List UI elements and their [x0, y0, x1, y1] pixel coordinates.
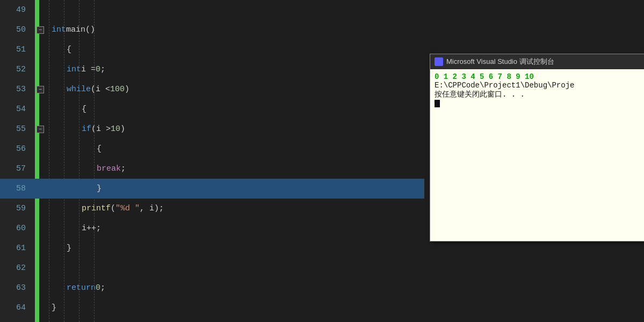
- code-content-area: 4950−int main()51{52 int i = 0;53− while…: [0, 0, 424, 322]
- line-gutter-62: [32, 258, 37, 278]
- spacer-60: [37, 225, 44, 232]
- token: 0: [96, 283, 100, 292]
- line-number-55: 55: [0, 125, 32, 134]
- line-number-60: 60: [0, 224, 32, 233]
- token: ): [120, 125, 125, 134]
- token: {: [82, 105, 86, 114]
- line-gutter-56: [32, 139, 37, 159]
- line-code-64: }: [46, 303, 424, 312]
- spacer-56: [37, 145, 44, 153]
- line-number-58: 58: [0, 184, 32, 193]
- line-code-56: {: [46, 144, 424, 153]
- token: 10: [111, 125, 120, 134]
- code-line-59: 59 printf("%d ", i);: [0, 199, 424, 218]
- line-number-59: 59: [0, 204, 32, 213]
- token: }: [97, 184, 102, 193]
- console-output-1: 0 1 2 3 4 5 6 7 8 9 10: [435, 72, 640, 81]
- token: 100: [110, 85, 125, 94]
- line-number-62: 62: [0, 264, 32, 273]
- line-gutter-64: [32, 298, 37, 318]
- token: int: [67, 65, 81, 74]
- line-gutter-49: [32, 0, 37, 20]
- code-line-56: 56 {: [0, 139, 424, 159]
- code-line-51: 51{: [0, 40, 424, 60]
- line-number-56: 56: [0, 144, 32, 153]
- code-line-64: 64}: [0, 298, 424, 318]
- line-number-50: 50: [0, 25, 32, 34]
- vs-icon: [435, 57, 443, 66]
- token: break: [97, 164, 121, 173]
- token: (i <: [91, 85, 110, 94]
- collapse-icon-55[interactable]: −: [37, 126, 44, 133]
- code-line-62: 62: [0, 258, 424, 278]
- spacer-62: [37, 265, 44, 272]
- line-code-58: }: [46, 184, 424, 193]
- spacer-58: [37, 185, 44, 193]
- token: i =: [81, 65, 96, 74]
- token: {: [67, 45, 71, 54]
- spacer-49: [37, 6, 44, 14]
- line-gutter-59: [32, 199, 37, 218]
- console-body: 0 1 2 3 4 5 6 7 8 9 10 E:\CPPCode\Projec…: [430, 69, 644, 111]
- code-line-60: 60 i++;: [0, 218, 424, 238]
- line-code-57: break;: [46, 164, 424, 173]
- token: ;: [100, 283, 105, 292]
- code-line-49: 49: [0, 0, 424, 20]
- token: if: [82, 125, 91, 134]
- line-code-51: {: [46, 45, 424, 54]
- line-gutter-52: [32, 60, 37, 79]
- line-number-64: 64: [0, 303, 32, 312]
- line-gutter-54: [32, 99, 37, 119]
- code-line-57: 57 break;: [0, 159, 424, 179]
- token: return: [67, 283, 96, 292]
- line-gutter-58: [32, 179, 37, 199]
- line-number-57: 57: [0, 164, 32, 173]
- line-gutter-53: [32, 79, 37, 99]
- spacer-63: [37, 284, 44, 292]
- spacer-57: [37, 165, 44, 173]
- line-gutter-55: [32, 119, 37, 139]
- token: printf: [82, 204, 111, 213]
- spacer-51: [37, 46, 44, 54]
- token: i++;: [82, 224, 101, 233]
- collapse-icon-53[interactable]: −: [37, 86, 44, 93]
- collapse-icon-50[interactable]: −: [37, 26, 44, 34]
- line-gutter-50: [32, 20, 37, 40]
- console-title: Microsoft Visual Studio 调试控制台: [446, 57, 554, 67]
- line-gutter-63: [32, 278, 37, 298]
- token: ): [125, 85, 129, 94]
- spacer-54: [37, 106, 44, 113]
- token: , i);: [140, 204, 164, 213]
- spacer-61: [37, 245, 44, 252]
- line-code-63: return 0;: [46, 283, 424, 292]
- console-window[interactable]: Microsoft Visual Studio 调试控制台 0 1 2 3 4 …: [430, 54, 644, 241]
- token: (: [111, 204, 115, 213]
- token: "%d ": [115, 204, 140, 213]
- code-line-55: 55− if (i > 10): [0, 119, 424, 139]
- token: }: [52, 303, 56, 312]
- token: }: [67, 244, 71, 253]
- line-gutter-51: [32, 40, 37, 60]
- line-gutter-61: [32, 238, 37, 258]
- console-output-2: E:\CPPCode\Project1\Debug\Proje: [435, 81, 640, 90]
- line-code-60: i++;: [46, 224, 424, 233]
- line-code-59: printf("%d ", i);: [46, 204, 424, 213]
- code-line-63: 63 return 0;: [0, 278, 424, 298]
- line-gutter-60: [32, 218, 37, 238]
- line-number-49: 49: [0, 5, 32, 14]
- line-code-53: while (i < 100): [46, 85, 424, 94]
- code-line-53: 53− while (i < 100): [0, 79, 424, 99]
- token: ;: [121, 164, 126, 173]
- token: (i >: [91, 125, 111, 134]
- token: {: [97, 144, 102, 153]
- code-line-50: 50−int main(): [0, 20, 424, 40]
- token: while: [67, 85, 91, 94]
- line-gutter-57: [32, 159, 37, 179]
- line-number-54: 54: [0, 105, 32, 114]
- code-line-58: 58 }: [0, 179, 424, 199]
- line-code-61: }: [46, 244, 424, 253]
- line-number-51: 51: [0, 45, 32, 54]
- token: int: [52, 25, 66, 34]
- spacer-64: [37, 304, 44, 312]
- line-code-54: {: [46, 105, 424, 114]
